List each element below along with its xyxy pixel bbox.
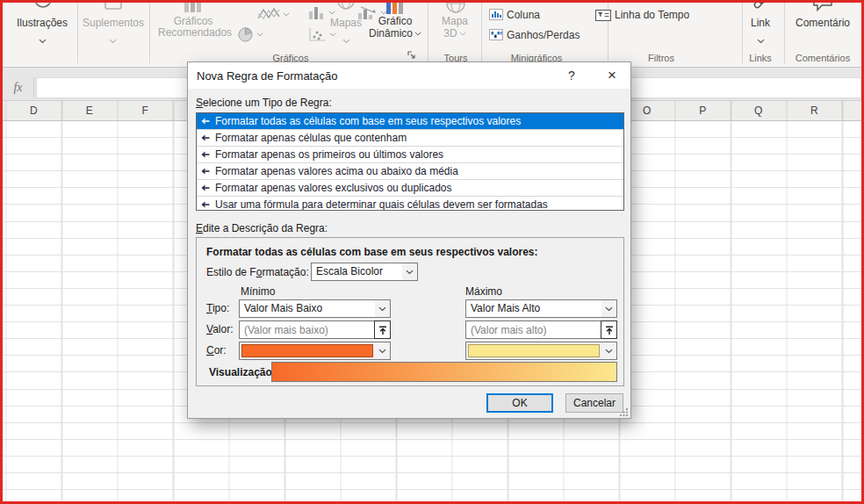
illustrations-label: Ilustrações — [12, 18, 72, 29]
line-chart-dropdown — [257, 7, 290, 21]
collapse-arrow-icon — [604, 325, 615, 335]
chevron-down-icon — [12, 34, 72, 47]
max-color-swatch — [468, 344, 600, 357]
type-label: Tipo: — [206, 302, 229, 314]
color-label: Cor: — [206, 344, 227, 356]
addins-button: Suplementos — [83, 0, 142, 65]
max-value-collapse-button[interactable] — [601, 320, 617, 339]
winloss-sparkline-icon — [489, 29, 503, 40]
column-header[interactable]: R — [787, 101, 843, 120]
winloss-sparkline-label: Ganhos/Perdas — [507, 29, 580, 41]
line-chart-icon — [257, 7, 280, 21]
group-divider — [149, 3, 150, 63]
minimum-header: Mínimo — [241, 285, 275, 298]
ok-button[interactable]: OK — [486, 393, 553, 413]
column-header[interactable]: P — [675, 101, 731, 120]
rule-description-heading: Formatar todas as células com base em se… — [206, 246, 538, 258]
map-3d-label: Mapa 3D — [434, 16, 476, 40]
edit-rule-description-label: Edite a Descrição da Regra: — [196, 222, 328, 234]
chevron-down-icon — [283, 12, 290, 17]
min-type-combobox[interactable]: Valor Mais Baixo — [239, 299, 391, 318]
column-sparkline-icon — [489, 9, 503, 20]
help-button[interactable]: ? — [555, 62, 588, 88]
max-value-input[interactable] — [465, 320, 601, 339]
link-icon — [751, 0, 770, 11]
chevron-down-icon — [743, 34, 778, 47]
select-rule-type-label: Selecione um Tipo de Regra: — [196, 97, 332, 109]
chevron-down-icon — [402, 263, 417, 280]
collapse-arrow-icon — [378, 325, 388, 335]
column-header[interactable]: E — [61, 101, 118, 120]
new-formatting-rule-dialog: Nova Regra de Formatação ? × Selecione u… — [187, 61, 631, 419]
pivot-chart-button[interactable]: Gráfico Dinâmico — [367, 0, 423, 65]
chevron-down-icon — [414, 27, 421, 39]
recommended-charts-label: Gráficos Recomendados — [158, 16, 228, 39]
chevron-down-icon — [83, 34, 142, 47]
max-type-combobox[interactable]: Valor Mais Alto — [465, 299, 617, 318]
dialog-title-bar[interactable]: Nova Regra de Formatação ? × — [188, 62, 630, 89]
rule-arrow-icon — [201, 134, 210, 141]
group-divider — [428, 3, 428, 63]
column-chart-icon — [308, 5, 326, 20]
pie-chart-icon — [237, 26, 254, 43]
chevron-down-icon — [256, 32, 263, 37]
timeline-label: Linha do Tempo — [615, 9, 689, 21]
format-style-combobox[interactable]: Escala Bicolor — [311, 263, 418, 281]
addins-label: Suplementos — [83, 18, 142, 29]
pivot-chart-icon — [385, 0, 406, 15]
min-value-input[interactable] — [239, 320, 375, 339]
min-color-dropdown[interactable] — [239, 342, 391, 360]
max-type-value: Valor Mais Alto — [466, 300, 601, 317]
format-style-label: Estilo de Formatação: — [206, 266, 309, 278]
maps-button: Mapas — [327, 0, 365, 65]
group-label-links: Links — [745, 53, 776, 63]
illustrations-button[interactable]: Ilustrações — [12, 0, 72, 65]
rule-type-item[interactable]: Formatar apenas células que contenham — [197, 130, 623, 147]
addins-icon — [104, 0, 123, 11]
column-header[interactable]: Q — [731, 101, 787, 120]
group-divider — [77, 3, 78, 63]
group-divider — [784, 3, 785, 63]
group-label-filters: Filtros — [644, 53, 679, 63]
shapes-icon — [32, 0, 54, 11]
recommended-charts-button: Gráficos Recomendados — [158, 0, 228, 65]
fx-button[interactable]: fx — [3, 77, 34, 98]
rule-arrow-icon — [201, 168, 210, 175]
rule-type-item[interactable]: Formatar apenas valores acima ou abaixo … — [197, 163, 623, 180]
winloss-sparkline-button[interactable]: Ganhos/Perdas — [489, 27, 580, 42]
rule-type-item[interactable]: Formatar apenas os primeiros ou últimos … — [197, 147, 623, 163]
group-divider — [481, 3, 482, 63]
group-label-comments: Comentários — [790, 53, 855, 63]
chevron-down-icon — [601, 342, 616, 359]
map-3d-globe-icon — [445, 0, 466, 14]
min-color-swatch — [241, 344, 373, 357]
link-label: Link — [743, 18, 778, 29]
rule-arrow-icon — [201, 118, 210, 125]
ribbon: Ilustrações Suplementos Gráficos Recomen… — [0, 0, 864, 68]
rule-arrow-icon — [201, 184, 210, 191]
resize-grip[interactable] — [619, 407, 629, 416]
maps-globe-icon — [336, 0, 356, 11]
rule-type-listbox: Formatar todas as células com base em se… — [196, 112, 624, 211]
min-value-collapse-button[interactable] — [374, 320, 391, 339]
cancel-button[interactable]: Cancelar — [565, 393, 623, 413]
rule-type-item[interactable]: Formatar apenas valores exclusivos ou du… — [197, 180, 623, 197]
timeline-button[interactable]: Linha do Tempo — [595, 7, 689, 22]
rule-type-item-selected[interactable]: Formatar todas as células com base em se… — [197, 113, 623, 130]
max-color-dropdown[interactable] — [465, 342, 617, 360]
chevron-down-icon — [375, 342, 390, 359]
rule-description-groupbox: Formatar todas as células com base em se… — [196, 237, 624, 386]
column-sparkline-button[interactable]: Coluna — [489, 7, 540, 22]
rule-arrow-icon — [201, 201, 210, 208]
preview-label: Visualização: — [209, 366, 276, 378]
column-header[interactable]: D — [6, 101, 62, 120]
excel-window: Ilustrações Suplementos Gráficos Recomen… — [0, 0, 864, 504]
chevron-down-icon — [327, 34, 365, 47]
chevron-down-icon — [601, 300, 616, 317]
column-header[interactable]: F — [118, 101, 174, 120]
maximum-header: Máximo — [465, 285, 502, 298]
close-icon[interactable]: × — [595, 62, 629, 88]
format-style-value: Escala Bicolor — [312, 263, 402, 280]
rule-type-item[interactable]: Usar uma fórmula para determinar quais c… — [197, 197, 623, 211]
pivot-chart-label: Gráfico Dinâmico — [367, 16, 423, 40]
